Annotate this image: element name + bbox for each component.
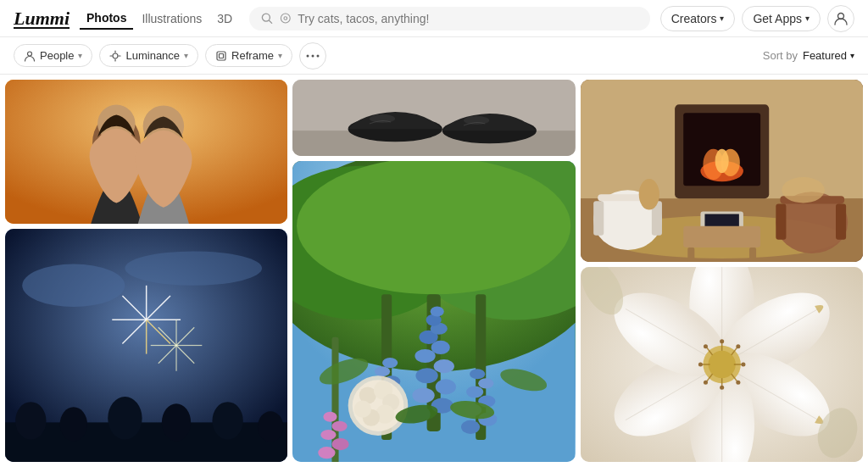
svg-line-1 [270,20,272,23]
svg-point-100 [332,421,348,431]
svg-point-148 [720,339,724,343]
svg-point-61 [413,387,435,403]
search-input[interactable] [298,12,637,25]
svg-point-14 [311,54,314,57]
people-filter-button[interactable]: People ▾ [14,44,92,67]
svg-point-27 [108,397,142,440]
svg-point-158 [704,381,708,385]
photo-fireworks[interactable] [5,229,287,462]
svg-rect-11 [217,52,225,60]
user-icon-button[interactable] [827,5,854,32]
svg-point-15 [316,54,319,57]
more-filters-button[interactable] [299,42,326,69]
svg-point-62 [436,379,456,394]
grid-col-1 [5,80,287,462]
svg-rect-121 [593,201,604,235]
luminance-icon [109,50,121,62]
photo-grid [0,75,868,467]
people-icon [24,50,36,62]
svg-point-95 [354,401,371,418]
grid-col-2 [292,80,575,462]
user-icon [833,11,849,26]
featured-sort-button[interactable]: Featured ▾ [803,49,854,62]
svg-point-160 [698,362,703,366]
more-icon [306,54,320,58]
svg-rect-127 [683,226,760,247]
creators-button[interactable]: Creators ▾ [660,6,736,31]
grid-col-3 [581,80,863,462]
tab-3d[interactable]: 3D [210,8,239,29]
svg-point-130 [638,179,659,209]
photo-shoes[interactable] [292,80,575,156]
filter-bar: People ▾ Luminance ▾ Reframe ▾ Sort by [0,37,868,75]
photo-couple[interactable] [5,80,287,224]
svg-point-81 [461,420,480,434]
header: Lummi Photos Illustrations 3D Creators ▾… [0,0,868,37]
search-bar [249,7,650,31]
svg-rect-12 [220,53,224,58]
svg-point-78 [375,366,390,376]
chevron-down-icon: ▾ [78,51,82,60]
reframe-icon [215,50,227,62]
search-icon [261,12,273,25]
svg-point-5 [28,52,32,56]
chevron-down-icon: ▾ [805,14,810,23]
photo-flowers[interactable] [292,161,575,462]
svg-point-85 [466,386,483,398]
svg-point-115 [715,149,728,173]
svg-point-131 [782,177,825,203]
photo-livingroom[interactable] [581,80,863,262]
svg-point-29 [212,402,242,439]
svg-point-156 [720,386,724,390]
svg-rect-24 [5,422,287,462]
svg-point-26 [60,407,87,441]
svg-point-25 [15,402,46,439]
svg-point-70 [431,306,444,316]
chevron-down-icon: ▾ [720,14,724,23]
svg-point-23 [125,251,262,285]
sort-by-label: Sort by [763,49,798,62]
svg-point-86 [479,378,494,388]
logo[interactable]: Lummi [14,8,70,30]
svg-point-162 [704,344,708,348]
svg-point-98 [332,438,349,450]
luminance-filter-button[interactable]: Luminance ▾ [99,44,198,67]
chevron-down-icon: ▾ [184,51,188,60]
get-apps-button[interactable]: Get Apps ▾ [742,6,821,31]
svg-rect-128 [687,247,694,262]
svg-point-154 [736,381,740,385]
svg-point-13 [306,54,309,57]
chevron-down-icon: ▾ [850,51,854,60]
svg-point-97 [319,447,336,459]
reframe-filter-button[interactable]: Reframe ▾ [205,44,292,67]
svg-point-99 [321,430,337,440]
svg-point-3 [284,17,287,20]
svg-point-101 [324,412,337,422]
svg-rect-126 [836,203,846,239]
svg-point-2 [281,14,290,23]
svg-point-152 [741,362,745,366]
svg-rect-125 [776,203,786,239]
tab-illustrations[interactable]: Illustrations [135,8,209,29]
svg-point-63 [416,368,438,383]
nav-tabs: Photos Illustrations 3D [80,8,239,30]
photo-whiteflower[interactable] [581,267,863,462]
svg-point-57 [297,161,570,294]
sort-section: Sort by Featured ▾ [763,49,854,62]
circle-search-icon [280,12,292,25]
svg-point-64 [434,359,454,373]
chevron-down-icon: ▾ [278,51,282,60]
svg-point-30 [258,411,283,442]
svg-point-6 [113,53,118,58]
svg-point-87 [470,369,485,379]
svg-point-28 [162,403,191,441]
tab-photos[interactable]: Photos [80,8,133,30]
header-right: Creators ▾ Get Apps ▾ [660,5,854,32]
svg-rect-129 [749,247,756,262]
svg-point-79 [382,358,398,368]
svg-point-150 [736,344,740,348]
svg-point-65 [415,349,436,363]
svg-point-22 [22,264,125,308]
svg-point-51 [370,114,395,123]
svg-point-52 [464,116,489,125]
